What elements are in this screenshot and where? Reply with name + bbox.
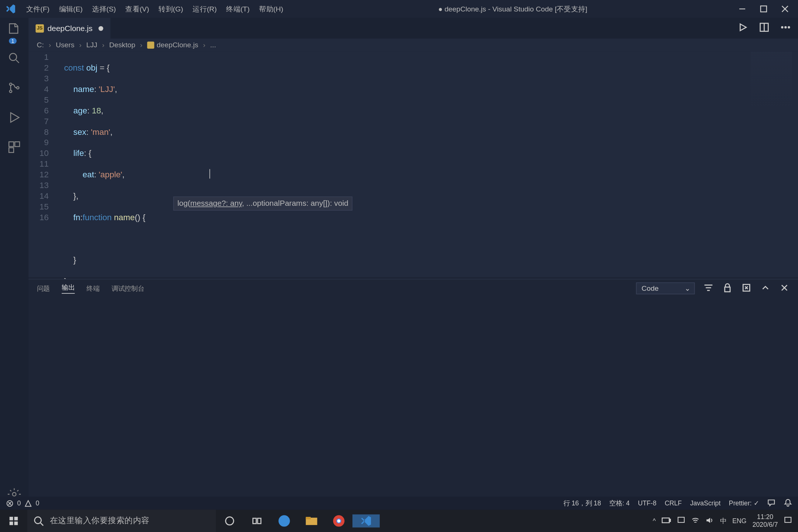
- vscode-logo-icon: [5, 3, 17, 15]
- svg-rect-44: [306, 517, 311, 519]
- svg-marker-9: [11, 113, 19, 122]
- svg-rect-36: [14, 522, 18, 525]
- svg-line-38: [41, 523, 43, 525]
- activity-debug[interactable]: [7, 110, 21, 127]
- line-gutter: 12345678910111213141516: [28, 52, 58, 223]
- panel-tab-terminal[interactable]: 终端: [86, 284, 99, 293]
- svg-point-42: [279, 515, 290, 527]
- status-problems[interactable]: 0 0: [6, 499, 39, 507]
- svg-point-39: [226, 517, 234, 525]
- svg-rect-40: [253, 518, 256, 524]
- search-placeholder: 在这里输入你要搜索的内容: [50, 516, 150, 526]
- tray-notifications-icon[interactable]: [784, 516, 792, 526]
- panel-tab-output[interactable]: 输出: [62, 283, 75, 294]
- task-cortana-icon[interactable]: [216, 516, 243, 526]
- svg-point-13: [13, 492, 16, 496]
- js-file-icon: JS: [35, 24, 44, 32]
- task-vscode-icon[interactable]: [352, 514, 380, 527]
- status-feedback-icon[interactable]: [767, 498, 775, 508]
- breadcrumb[interactable]: C:› Users› LJJ› Desktop› deepClone.js› .…: [28, 38, 798, 51]
- task-chrome-icon[interactable]: [325, 514, 352, 527]
- output-channel-select[interactable]: Code ⌄: [636, 282, 695, 294]
- svg-marker-14: [740, 24, 746, 30]
- bc-tail[interactable]: ...: [210, 41, 216, 49]
- status-cursor-pos[interactable]: 行 16，列 18: [563, 499, 601, 508]
- split-editor-icon[interactable]: [759, 22, 770, 35]
- svg-rect-35: [10, 522, 13, 525]
- status-bell-icon[interactable]: [784, 498, 792, 508]
- editor-tabs: JS deepClone.js: [0, 18, 798, 38]
- window-minimize-icon[interactable]: [737, 4, 747, 14]
- window-title: ● deepClone.js - Visual Studio Code [不受支…: [288, 4, 737, 14]
- menu-selection[interactable]: 选择(S): [88, 4, 121, 14]
- menu-edit[interactable]: 编辑(E): [54, 4, 88, 14]
- text-cursor-icon: [209, 169, 210, 179]
- search-icon: [33, 516, 44, 526]
- bc-c[interactable]: C:: [37, 41, 44, 49]
- system-tray[interactable]: ^ 中 ENG 11:20 2020/6/7: [647, 510, 798, 532]
- tray-ime1[interactable]: 中: [720, 516, 727, 525]
- bc-ljj[interactable]: LJJ: [86, 41, 97, 49]
- svg-point-8: [17, 86, 19, 89]
- tray-network-icon[interactable]: [677, 516, 685, 526]
- menu-go[interactable]: 转到(G): [154, 4, 188, 14]
- output-clear-icon[interactable]: [741, 282, 752, 294]
- menu-help[interactable]: 帮助(H): [254, 4, 288, 14]
- code-editor[interactable]: 12345678910111213141516 const obj = { na…: [28, 52, 798, 277]
- window-close-icon[interactable]: [780, 4, 790, 14]
- panel-tab-debug-console[interactable]: 调试控制台: [112, 284, 144, 293]
- title-bar: 文件(F) 编辑(E) 选择(S) 查看(V) 转到(G) 运行(R) 终端(T…: [0, 0, 798, 18]
- task-edge-icon[interactable]: [270, 514, 298, 527]
- status-eol[interactable]: CRLF: [665, 499, 682, 507]
- activity-scm[interactable]: [7, 81, 21, 97]
- more-icon[interactable]: [780, 22, 791, 35]
- status-encoding[interactable]: UTF-8: [638, 499, 657, 507]
- activity-search[interactable]: [7, 51, 21, 68]
- panel-maximize-icon[interactable]: [760, 282, 771, 294]
- svg-rect-10: [9, 142, 14, 147]
- taskbar-search[interactable]: 在这里输入你要搜索的内容: [27, 510, 216, 532]
- chevron-down-icon: ⌄: [685, 284, 690, 292]
- tray-clock[interactable]: 11:20 2020/6/7: [753, 513, 778, 529]
- svg-rect-12: [9, 148, 14, 153]
- menu-run[interactable]: 运行(R): [188, 4, 222, 14]
- bc-users[interactable]: Users: [56, 41, 74, 49]
- bottom-panel: 问题 输出 终端 调试控制台 Code ⌄: [28, 279, 798, 510]
- window-maximize-icon[interactable]: [759, 4, 768, 14]
- task-explorer-icon[interactable]: [298, 514, 325, 527]
- svg-rect-11: [15, 142, 20, 147]
- output-lock-icon[interactable]: [722, 282, 733, 294]
- run-icon[interactable]: [737, 22, 748, 35]
- svg-line-5: [16, 60, 19, 63]
- tray-ime2[interactable]: ENG: [732, 517, 746, 524]
- svg-rect-34: [14, 517, 18, 521]
- tab-filename: deepClone.js: [47, 24, 92, 33]
- menu-view[interactable]: 查看(V): [121, 4, 154, 14]
- task-taskview-icon[interactable]: [243, 516, 270, 526]
- windows-taskbar: 在这里输入你要搜索的内容 ^ 中 ENG 11:20 2020/6/7: [0, 510, 798, 532]
- menu-terminal[interactable]: 终端(T): [222, 4, 255, 14]
- menu-file[interactable]: 文件(F): [21, 4, 54, 14]
- panel-close-icon[interactable]: [779, 282, 790, 294]
- activity-extensions[interactable]: [7, 140, 21, 157]
- status-indent[interactable]: 空格: 4: [609, 499, 630, 508]
- activity-bar: 1: [0, 18, 28, 509]
- svg-point-17: [782, 26, 783, 28]
- status-prettier[interactable]: Prettier: ✓: [729, 499, 759, 507]
- minimap[interactable]: [751, 52, 792, 111]
- activity-explorer[interactable]: 1: [7, 21, 21, 38]
- tray-chevron-up-icon[interactable]: ^: [653, 517, 656, 524]
- status-language[interactable]: JavaScript: [690, 499, 720, 507]
- tray-wifi-icon[interactable]: [692, 516, 700, 526]
- tray-battery-icon[interactable]: [662, 517, 671, 525]
- unsaved-dot-icon: [98, 26, 103, 31]
- svg-rect-23: [725, 287, 730, 292]
- output-filter-icon[interactable]: [703, 282, 714, 294]
- start-button[interactable]: [0, 510, 27, 532]
- tray-volume-icon[interactable]: [706, 516, 714, 526]
- bc-file[interactable]: deepClone.js: [157, 41, 198, 49]
- tab-deepclone[interactable]: JS deepClone.js: [28, 18, 110, 38]
- explorer-badge: 1: [9, 38, 17, 44]
- panel-tab-problems[interactable]: 问题: [37, 284, 50, 293]
- bc-desktop[interactable]: Desktop: [109, 41, 136, 49]
